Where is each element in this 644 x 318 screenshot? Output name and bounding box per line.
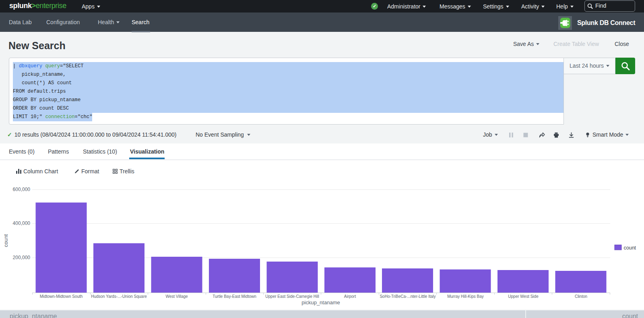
svg-text:Airport: Airport [344, 294, 356, 299]
svg-text:Turtle Bay-East Midtown: Turtle Bay-East Midtown [213, 294, 256, 299]
svg-text:200,000: 200,000 [13, 255, 31, 260]
svg-text:SoHo-TriBeCa-...nter-Little It: SoHo-TriBeCa-...nter-Little Italy [380, 294, 436, 299]
svg-text:count: count [624, 245, 636, 251]
svg-text:Upper East Side-Carnegie Hill: Upper East Side-Carnegie Hill [265, 294, 319, 299]
svg-text:Upper West Side: Upper West Side [508, 294, 539, 299]
svg-text:West Village: West Village [165, 294, 188, 299]
svg-text:Midtown-Midtown South: Midtown-Midtown South [40, 294, 83, 299]
svg-text:pickup_ntaname: pickup_ntaname [301, 299, 340, 306]
svg-text:Murray Hill-Kips Bay: Murray Hill-Kips Bay [447, 294, 484, 299]
svg-text:count: count [3, 234, 9, 247]
svg-text:Hudson Yards-...-Union Square: Hudson Yards-...-Union Square [91, 294, 147, 299]
svg-text:600,000: 600,000 [13, 187, 31, 192]
svg-text:Clinton: Clinton [575, 294, 587, 299]
svg-text:400,000: 400,000 [13, 220, 31, 226]
